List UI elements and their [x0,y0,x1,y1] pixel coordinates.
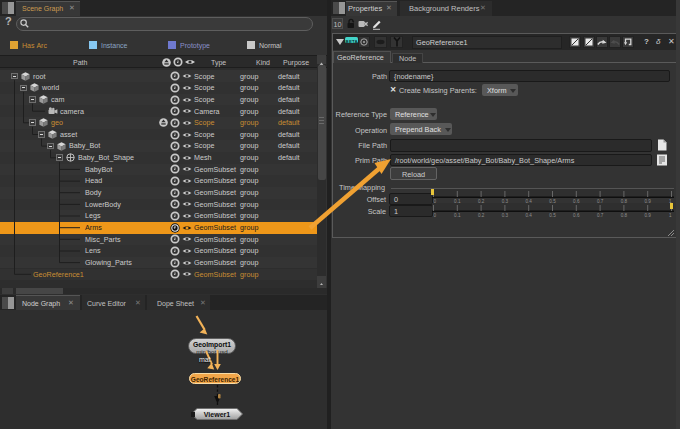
svg-text:0.6: 0.6 [573,213,580,218]
svg-text:0.7: 0.7 [597,213,604,218]
svg-text:0.4: 0.4 [526,213,533,218]
svg-text:0.1: 0.1 [454,213,461,218]
svg-text:0.9: 0.9 [645,213,652,218]
svg-text:0: 0 [434,213,437,218]
svg-text:0.5: 0.5 [549,213,556,218]
svg-text:0.2: 0.2 [478,213,485,218]
svg-text:0.3: 0.3 [502,213,509,218]
svg-text:0.8: 0.8 [621,213,628,218]
svg-text:1: 1 [669,213,672,218]
